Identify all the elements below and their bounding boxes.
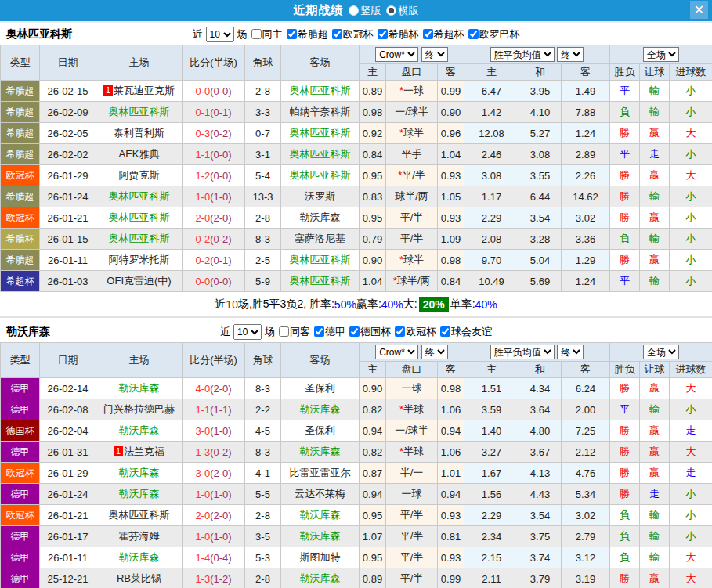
- wdl-stage-select[interactable]: 终: [557, 345, 584, 359]
- odds-stage-select[interactable]: 终: [421, 345, 448, 359]
- summary-part: 大:: [403, 298, 417, 312]
- away-team: 勒沃库森: [281, 505, 360, 526]
- match-score: 1-0(1-0): [183, 484, 245, 505]
- comp-checkbox[interactable]: [440, 326, 450, 337]
- fulltime-select[interactable]: 全场: [643, 47, 679, 62]
- away-team-name: 勒沃库森: [300, 446, 341, 457]
- result-wdl: 勝: [610, 165, 640, 186]
- handicap-away-odds: 0.99: [438, 81, 464, 102]
- halftime-score: (2-0): [210, 212, 231, 224]
- handicap-line: *球半: [386, 123, 438, 144]
- sub-header-home-odds: 主: [360, 362, 386, 378]
- layout-vertical-option[interactable]: 竖版: [349, 4, 381, 18]
- handicap-away-odds: 0.98: [438, 250, 464, 271]
- comp-option-dfb-pokal[interactable]: 德国杯: [346, 325, 391, 339]
- bookmaker-select[interactable]: Crow*: [375, 47, 418, 62]
- away-team-name: 奥林匹亚科斯: [290, 127, 351, 139]
- wdl-odds-header: 胜平负均值 终: [464, 343, 610, 362]
- comp-checkbox[interactable]: [314, 326, 324, 337]
- comp-option-europa[interactable]: 欧罗巴杯: [465, 27, 520, 41]
- comp-checkbox[interactable]: [378, 29, 388, 39]
- comp-option-bundesliga[interactable]: 德甲: [311, 325, 345, 339]
- wdl-avg-select[interactable]: 胜平负均值: [490, 345, 555, 359]
- result-goals: 大: [670, 378, 712, 399]
- match-date: 26-01-11: [40, 547, 96, 568]
- comp-checkbox[interactable]: [468, 29, 479, 39]
- horizontal-radio[interactable]: [386, 5, 396, 16]
- home-team-name: RB莱比锡: [117, 572, 161, 584]
- away-team: 奥林匹亚科斯: [281, 81, 360, 102]
- handicap-away-odds: 1.01: [438, 463, 464, 484]
- comp-option-ucl[interactable]: 欧冠杯: [392, 325, 436, 339]
- result-goals: 大: [670, 123, 712, 144]
- comp-option-ucl[interactable]: 欧冠杯: [329, 27, 374, 41]
- lose-odds: 7.88: [562, 102, 610, 123]
- home-team: 勒沃库森: [96, 378, 183, 399]
- handicap-line: 一/球半: [386, 102, 438, 123]
- same-away-option[interactable]: 同客: [276, 325, 310, 339]
- team-name: 奥林匹亚科斯: [6, 27, 72, 41]
- match-competition: 希腊超: [1, 186, 40, 207]
- wdl-avg-select[interactable]: 胜平负均值: [490, 47, 555, 62]
- result-handicap: 贏: [640, 250, 670, 271]
- match-row: 欧冠杯26-01-21奥林匹亚科斯2-0(2-0)2-8勒沃库森0.95平/半0…: [1, 505, 712, 526]
- comp-option-greek-cup[interactable]: 希腊杯: [374, 27, 419, 41]
- matches-table: 类型 日期 主场 比分(半场) 角球 客场 Crow* 终 胜平负均值 终 全场: [0, 342, 712, 588]
- match-competition: 希腊超: [1, 144, 40, 165]
- result-goals: 小: [670, 399, 712, 420]
- result-wdl: 平: [610, 81, 640, 102]
- home-team: 勒沃库森: [96, 463, 183, 484]
- layout-horizontal-option[interactable]: 横版: [386, 4, 419, 18]
- fulltime-select[interactable]: 全场: [643, 345, 679, 359]
- comp-checkbox[interactable]: [332, 29, 342, 39]
- team-name: 勒沃库森: [6, 325, 50, 339]
- odds-stage-select[interactable]: 终: [421, 47, 448, 62]
- same-home-option[interactable]: 同主: [248, 27, 283, 41]
- games-count-select[interactable]: 10: [233, 324, 262, 340]
- comp-option-greek-super[interactable]: 希腊超: [284, 27, 328, 41]
- match-date: 26-01-29: [40, 165, 96, 186]
- result-wdl: 負: [610, 102, 640, 123]
- wdl-stage-select[interactable]: 终: [557, 47, 584, 62]
- same-away-checkbox[interactable]: [279, 326, 289, 337]
- comp-option-friendly[interactable]: 球会友谊: [437, 325, 492, 339]
- draw-odds: 3.64: [519, 399, 562, 420]
- fulltime-score: 1-3: [195, 446, 210, 458]
- comp-checkbox[interactable]: [287, 29, 297, 39]
- away-team: 奥林匹亚科斯: [281, 250, 360, 271]
- bookmaker-select[interactable]: Crow*: [375, 345, 418, 359]
- sub-header-goals: 进球数: [670, 362, 712, 378]
- vertical-radio[interactable]: [349, 5, 359, 16]
- away-team: 斯图加特: [281, 547, 360, 568]
- col-header-away: 客场: [281, 343, 360, 378]
- handicap-line: 平/半: [386, 207, 438, 229]
- comp-option-greek-supercup[interactable]: 希超杯: [420, 27, 464, 41]
- home-team-name: 勒沃库森: [119, 467, 160, 478]
- same-home-checkbox[interactable]: [251, 29, 262, 39]
- comp-label: 球会友谊: [451, 325, 492, 339]
- match-competition: 德甲: [1, 547, 40, 568]
- halftime-score: (2-0): [210, 467, 231, 479]
- corner-count: 3-3: [245, 102, 281, 123]
- fulltime-score: 1-1: [195, 404, 210, 416]
- col-header-corner: 角球: [245, 343, 281, 378]
- result-handicap: 贏: [640, 463, 670, 484]
- close-icon[interactable]: ✕: [690, 1, 708, 19]
- match-score: 1-3(0-2): [183, 442, 245, 463]
- games-label: 场: [265, 325, 275, 339]
- games-label: 场: [237, 27, 248, 41]
- summary-part: 10: [226, 298, 238, 311]
- vertical-radio-label: 竖版: [361, 4, 381, 18]
- match-date: 26-02-05: [40, 123, 96, 144]
- comp-checkbox[interactable]: [423, 29, 433, 39]
- comp-checkbox[interactable]: [349, 326, 360, 337]
- handicap-away-odds: 1.05: [438, 186, 464, 207]
- home-team: 奥林匹亚科斯: [96, 186, 183, 207]
- comp-checkbox[interactable]: [395, 326, 405, 337]
- lose-odds: 3.19: [562, 568, 610, 588]
- corner-count: 5-4: [245, 165, 281, 186]
- win-odds: 2.34: [464, 526, 519, 547]
- handicap-away-odds: 0.94: [438, 420, 464, 442]
- halftime-score: (0-0): [210, 85, 231, 97]
- games-count-select[interactable]: 10: [206, 27, 234, 42]
